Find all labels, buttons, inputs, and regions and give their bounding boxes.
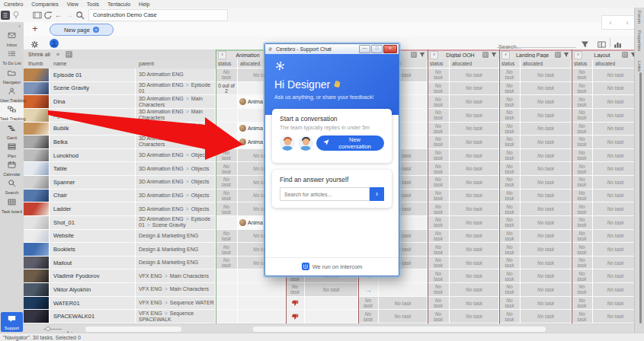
cell-landing_page-status[interactable]: No task [499,310,521,323]
minimize-button[interactable]: — [359,45,370,53]
cell-landing_page-status[interactable]: No task [499,297,521,311]
task-name[interactable]: Chair [50,190,136,203]
col-name[interactable]: name [53,61,67,66]
task-parent[interactable]: 3D Animation ENG > Objects [136,162,216,176]
task-name[interactable]: Booklets [50,243,136,257]
landing_page-status-header[interactable]: status [499,59,521,69]
task-thumbnail[interactable] [24,162,50,176]
filter-icon[interactable] [419,52,425,59]
sidebar-item-gantt[interactable]: Gantt [0,122,24,140]
cell-digital_ooh-allocated[interactable]: No task [450,162,499,176]
cell-landing_page-allocated[interactable]: No task [521,202,572,216]
cell-layout-status[interactable]: No task [572,243,593,257]
cell-g5-allocated[interactable]: No task [379,310,428,323]
cell-animation-status[interactable] [216,310,238,323]
cell-digital_ooh-status[interactable]: No task [428,149,450,163]
collapse-group-icon[interactable]: ‹ [574,51,582,59]
cell-layout-status[interactable]: No task [572,176,593,190]
cell-landing_page-status[interactable]: No task [499,202,521,216]
cell-g5-allocated[interactable]: No task [379,297,428,311]
chart-icon[interactable] [614,38,622,52]
col-parent[interactable]: parent [139,61,154,66]
cell-digital_ooh-allocated[interactable]: No task [450,109,499,123]
cell-digital_ooh-allocated[interactable]: No task [450,82,499,96]
task-name[interactable]: Ryzhik [50,109,136,123]
task-thumbnail[interactable] [24,243,50,257]
cell-g5-status[interactable]: No task [358,310,379,323]
cell-landing_page-status[interactable]: No task [499,109,521,123]
layout-allocated-header[interactable]: allocated [593,59,639,69]
task-thumbnail[interactable] [24,123,50,136]
task-thumbnail[interactable] [24,257,50,270]
cell-layout-status[interactable]: No task [572,69,593,82]
table-icon[interactable] [622,52,628,59]
nav-forward-icon[interactable]: › [626,19,629,27]
cell-landing_page-allocated[interactable]: No task [521,135,572,149]
task-thumbnail[interactable] [24,82,50,96]
cell-layout-status[interactable]: No task [572,257,593,270]
cell-landing_page-status[interactable]: No task [499,243,521,257]
task-thumbnail[interactable] [24,176,50,190]
lightbulb-icon[interactable] [11,10,21,21]
cell-landing_page-status[interactable]: No task [499,269,521,283]
task-name[interactable]: Mailout [50,257,136,270]
cell-digital_ooh-allocated[interactable]: No task [450,230,499,244]
add-page-button[interactable]: + [32,23,38,34]
cell-landing_page-allocated[interactable]: No task [521,283,572,297]
task-parent[interactable]: 3D Animation ENG > Main Characters [136,109,216,123]
cell-animation-status[interactable] [216,109,238,123]
cell-animation-status[interactable]: No task [216,69,238,82]
menu-companies[interactable]: Companies [31,2,58,7]
cell-layout-allocated[interactable]: No task [593,230,639,244]
sidebar-item-user-tracking[interactable]: User Tracking [0,84,24,103]
task-thumbnail[interactable] [24,310,50,323]
menu-tentaculo[interactable]: Tentaculo [107,2,130,7]
chat-titlebar[interactable]: Cerebro - Support Chat — □ × [265,44,399,54]
cell-g4-status[interactable] [286,310,305,323]
cell-animation-status[interactable]: 0 out of 2 [216,82,238,96]
cell-g5-status[interactable]: No task [358,297,379,311]
cell-layout-allocated[interactable]: No task [593,162,639,176]
cell-landing_page-allocated[interactable]: No task [521,82,572,96]
cell-digital_ooh-allocated[interactable]: No task [450,269,499,283]
filter-icon[interactable] [491,52,497,59]
sidebar-item-task-tracking[interactable]: Task Tracking [0,103,24,121]
cell-landing_page-status[interactable]: No task [499,230,521,244]
back-icon[interactable]: ← [53,10,64,21]
cell-digital_ooh-status[interactable]: No task [428,69,450,82]
task-name[interactable]: Belka [50,135,136,149]
cell-layout-allocated[interactable]: No task [593,176,639,190]
menu-cerebro[interactable]: Cerebro [4,2,23,7]
cell-layout-allocated[interactable]: No task [593,269,639,283]
cell-g4-status[interactable] [286,297,305,311]
cell-digital_ooh-allocated[interactable]: No task [450,149,499,163]
cell-digital_ooh-status[interactable]: No task [428,269,450,283]
cell-digital_ooh-allocated[interactable]: No task [450,95,499,109]
cell-digital_ooh-allocated[interactable]: No task [450,123,499,136]
cell-digital_ooh-status[interactable]: No task [428,109,450,123]
cell-animation-allocated[interactable] [238,297,286,311]
task-parent[interactable]: 3D Animation ENG > Main Characters [136,95,216,109]
task-thumbnail[interactable] [24,190,50,203]
cell-layout-status[interactable]: No task [572,82,593,96]
task-parent[interactable]: 3D Animation ENG > Objects [136,202,216,216]
cell-landing_page-status[interactable]: No task [499,216,521,230]
task-name[interactable]: Dina [50,95,136,109]
task-parent[interactable]: 3D Animation ENG > Objects [136,176,216,190]
cell-animation-status[interactable] [216,269,238,283]
task-thumbnail[interactable] [24,283,50,297]
filter-icon[interactable] [563,52,569,59]
sidebar-item-plan[interactable]: Plan [0,140,24,158]
sidebar-item-navigator[interactable]: Navigator [0,66,24,84]
cell-landing_page-allocated[interactable]: No task [521,216,572,230]
task-thumbnail[interactable] [24,149,50,163]
cell-layout-allocated[interactable]: No task [593,109,639,123]
cell-layout-allocated[interactable]: No task [593,135,639,149]
cell-landing_page-allocated[interactable]: No task [521,230,572,244]
task-name[interactable]: WATER01 [50,297,136,311]
cell-landing_page-status[interactable]: No task [499,82,521,96]
vertical-scrollbar[interactable] [639,72,642,323]
cell-landing_page-allocated[interactable]: No task [521,269,572,283]
cell-animation-status[interactable] [216,135,238,149]
collapse-columns-icon[interactable]: « [56,51,59,58]
